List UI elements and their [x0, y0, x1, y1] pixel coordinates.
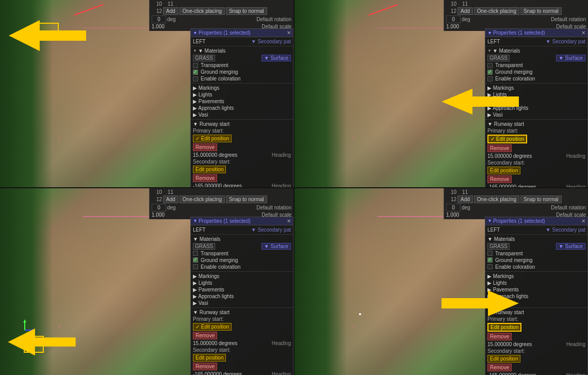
scale-value-tr: 1.000	[446, 24, 459, 29]
markings-bl[interactable]: ▶ Markings	[193, 273, 219, 279]
add-button-br[interactable]: Add	[458, 195, 473, 203]
transparent-label-bl: Transparent	[201, 251, 228, 256]
edit-position-btn2-bl[interactable]: Edit position	[193, 354, 226, 362]
heading-sec-value-br: -165.000000 degrees	[487, 372, 536, 376]
remove-btn-br[interactable]: Remove	[487, 333, 512, 340]
deg-input-br[interactable]	[446, 204, 461, 211]
pavements-tl[interactable]: ▶ Pavements	[193, 99, 224, 104]
enable-coloration-cb-tr[interactable]	[487, 76, 493, 81]
panel-x-bl[interactable]: ✕	[287, 218, 291, 224]
vasi-tl[interactable]: ▶ Vasi	[193, 112, 208, 118]
deg-input-tl[interactable]	[152, 15, 166, 23]
secondary-start-tr: Secondary start:	[487, 159, 585, 166]
materials-section-bl: ▼ Materials GRASS ▼ Surface Transparent …	[191, 235, 293, 272]
edit-position-btn-tr[interactable]: ✓ Edit position	[487, 135, 527, 143]
remove-btn2-tl[interactable]: Remove	[193, 174, 217, 182]
heading-primary-value-bl: 15.000000 degrees	[193, 340, 237, 346]
ground-merging-cb-tl[interactable]	[193, 70, 198, 75]
ground-merging-cb-bl[interactable]	[193, 257, 198, 263]
default-rotation-br: Default rotation	[471, 205, 586, 210]
transparent-cb-br[interactable]	[487, 251, 493, 256]
panel-x-tl[interactable]: ✕	[287, 30, 291, 36]
edit-position-btn2-tr[interactable]: Edit position	[487, 167, 520, 174]
tree-line-br	[295, 188, 347, 376]
edit-position-btn-bl[interactable]: ✓ Edit position	[193, 323, 232, 331]
primary-start-bl: Primary start:	[193, 316, 291, 322]
ground-merging-cb-br[interactable]	[487, 257, 493, 263]
panel-x-tr[interactable]: ✕	[581, 30, 585, 36]
enable-coloration-label-bl: Enable coloration	[201, 264, 240, 270]
remove-btn-tr[interactable]: Remove	[487, 144, 512, 152]
one-click-button-tl[interactable]: One-click placing	[179, 7, 225, 15]
secondary-pat-br: ▼ Secondary pat	[546, 227, 585, 233]
surface-btn-tr[interactable]: ▼ Surface	[556, 55, 585, 61]
one-click-button-bl[interactable]: One-click placing	[179, 195, 225, 203]
deg-unit-tr: deg	[462, 17, 470, 22]
transparent-cb-tr[interactable]	[487, 63, 493, 68]
pavements-bl[interactable]: ▶ Pavements	[193, 287, 224, 292]
tree-line-tr	[295, 0, 347, 187]
panel-title-br: Properties (1 selected)	[493, 218, 581, 224]
runway-start-tl: ▼ Runway start Primary start: ✓ Edit pos…	[191, 120, 293, 187]
lights-tl[interactable]: ▶ Lights	[193, 92, 212, 97]
edit-position-btn2-br[interactable]: Edit position	[487, 355, 520, 363]
add-button-bl[interactable]: Add	[163, 195, 178, 203]
toolbar-bl: 10 11 12 Add One-click placing Snap to n…	[149, 188, 293, 219]
deg-input-bl[interactable]	[152, 204, 166, 211]
remove-btn-bl[interactable]: Remove	[193, 332, 217, 339]
edit-position-btn-tl[interactable]: ✓ Edit position	[193, 135, 232, 142]
approach-tl[interactable]: ▶ Approach lights	[193, 105, 234, 111]
remove-btn2-br[interactable]: Remove	[487, 364, 512, 371]
ground-merging-cb-tr[interactable]	[487, 70, 493, 75]
secondary-pat-tr: ▼ Secondary pat	[546, 39, 585, 44]
add-button-tr[interactable]: Add	[458, 7, 473, 15]
secondary-start-bl: Secondary start:	[193, 347, 291, 353]
panel-title-tr: Properties (1 selected)	[493, 30, 581, 36]
remove-btn2-tr[interactable]: Remove	[487, 175, 512, 183]
edit-position-btn2-tl[interactable]: Edit position	[193, 166, 226, 173]
scale-value-bl: 1.000	[152, 212, 165, 218]
remove-btn-tl[interactable]: Remove	[193, 143, 217, 151]
snap-button-tl[interactable]: Snap to normal	[226, 7, 267, 15]
enable-coloration-cb-tl[interactable]	[193, 76, 198, 81]
main-grid: 10 11 12 Add One-click placing Snap to n…	[0, 0, 588, 375]
approach-bl[interactable]: ▶ Approach lights	[193, 294, 234, 299]
panel-top-row-tr: LEFT ▼ Secondary pat	[485, 37, 587, 46]
toolbar-num-10-br: 10	[446, 189, 456, 195]
snap-button-br[interactable]: Snap to normal	[520, 195, 562, 203]
remove-btn2-bl[interactable]: Remove	[193, 363, 217, 370]
panel-content-bl: ▼ Materials GRASS ▼ Surface Transparent …	[191, 235, 293, 376]
surface-btn-br[interactable]: ▼ Surface	[556, 243, 585, 250]
left-label-tr: LEFT	[487, 39, 500, 44]
markings-br[interactable]: ▶ Markings	[487, 273, 514, 279]
snap-button-bl[interactable]: Snap to normal	[226, 195, 267, 203]
transparent-cb-tl[interactable]	[193, 63, 198, 68]
one-click-button-br[interactable]: One-click placing	[474, 195, 519, 203]
panel-header-br: ▼ Properties (1 selected) ✕	[485, 217, 587, 225]
surface-btn-tl[interactable]: ▼ Surface	[262, 55, 291, 61]
panel-x-br[interactable]: ✕	[581, 218, 585, 224]
panel-filter-icon-br: ▼	[487, 218, 492, 223]
enable-coloration-label-tr: Enable coloration	[495, 76, 535, 81]
ground-merging-label-br: Ground merging	[495, 257, 532, 263]
snap-button-tr[interactable]: Snap to normal	[520, 7, 562, 15]
vasi-bl[interactable]: ▶ Vasi	[193, 300, 208, 306]
deg-input-tr[interactable]	[446, 15, 461, 23]
enable-coloration-cb-br[interactable]	[487, 264, 493, 269]
one-click-button-tr[interactable]: One-click placing	[474, 7, 519, 15]
markings-tl[interactable]: ▶ Markings	[193, 85, 219, 91]
lights-bl[interactable]: ▶ Lights	[193, 280, 212, 286]
panel-header-tr: ▼ Properties (1 selected) ✕	[485, 29, 587, 37]
panel-header-bl: ▼ Properties (1 selected) ✕	[191, 217, 293, 225]
toolbar-num-12: 12	[152, 8, 162, 14]
runway-start-tr: ▼ Runway start Primary start: ✓ Edit pos…	[485, 120, 587, 187]
quadrant-bottom-left: 10 11 12 Add One-click placing Snap to n…	[0, 188, 293, 376]
add-button-tl[interactable]: Add	[163, 7, 178, 15]
toolbar-br: 10 11 12 Add One-click placing Snap to n…	[444, 188, 588, 219]
default-rotation-bl: Default rotation	[177, 205, 291, 210]
enable-coloration-cb-bl[interactable]	[193, 264, 198, 269]
lights-br[interactable]: ▶ Lights	[487, 280, 507, 286]
transparent-cb-bl[interactable]	[193, 251, 198, 256]
edit-position-btn-br[interactable]: Edit position	[487, 323, 521, 332]
surface-btn-bl[interactable]: ▼ Surface	[262, 243, 291, 250]
